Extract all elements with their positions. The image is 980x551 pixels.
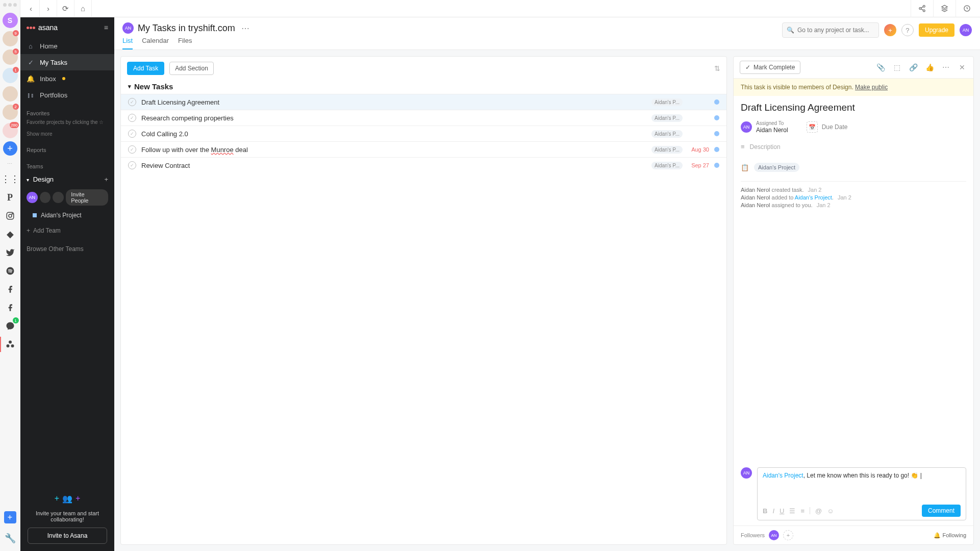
workspace-avatar-6[interactable]: 280 [3,123,18,138]
task-project-chip[interactable]: Aidan's P... [651,130,683,138]
diamond-icon[interactable]: ◆ [3,227,18,242]
comment-button[interactable]: Comment [922,505,961,517]
project-chip[interactable]: Aidan's Project [754,163,799,172]
nav-inbox[interactable]: 🔔Inbox [20,70,114,87]
history-button[interactable] [956,0,978,17]
task-project-chip[interactable]: Aidan's P... [651,146,683,154]
project-field[interactable]: 📋 Aidan's Project [741,163,966,172]
emoji-icon[interactable]: ☺ [827,507,834,515]
add-app-button[interactable]: + [4,511,16,523]
bold-icon[interactable]: B [763,507,767,515]
asana-app-icon[interactable] [3,337,18,352]
mention-icon[interactable]: @ [815,507,822,515]
add-team-button[interactable]: +Add Team [20,222,114,239]
workspace-avatar-4[interactable] [3,86,18,102]
share-button[interactable] [911,0,933,17]
home-button[interactable]: ⌂ [74,0,92,17]
task-checkbox[interactable]: ✓ [128,114,136,122]
task-row[interactable]: ✓ Follow up with over the Munroe deal Ai… [121,141,726,157]
layers-button[interactable] [933,0,956,17]
close-icon[interactable]: ✕ [957,63,967,71]
reload-button[interactable]: ⟳ [57,0,74,17]
spotify-icon[interactable] [3,263,18,279]
upgrade-button[interactable]: Upgrade [919,23,954,37]
profile-avatar[interactable]: AN [960,24,972,36]
tab-calendar[interactable]: Calendar [142,37,169,49]
sort-icon[interactable]: ⇅ [714,64,720,72]
like-icon[interactable]: 👍 [924,63,935,71]
facebook-icon-2[interactable] [3,300,18,315]
nav-portfolios[interactable]: ⫿⫾Portfolios [20,87,114,103]
task-checkbox[interactable]: ✓ [128,98,136,106]
task-row[interactable]: ✓ Research competing properties Aidan's … [121,110,726,126]
team-design[interactable]: ▾ Design+ [20,172,114,186]
member-avatar-1[interactable]: AN [27,192,38,203]
nav-home[interactable]: ⌂Home [20,38,114,54]
underline-icon[interactable]: U [780,507,784,515]
forward-button[interactable]: › [40,0,57,17]
attachment-icon[interactable]: 📎 [875,63,886,71]
help-button[interactable]: ? [901,24,914,36]
workspace-avatar-main[interactable]: S [3,13,18,28]
mark-complete-button[interactable]: ✓Mark Complete [740,61,800,74]
back-button[interactable]: ‹ [22,0,40,17]
invite-to-asana-button[interactable]: Invite to Asana [28,528,107,544]
workspace-avatar-5[interactable]: 2 [3,105,18,120]
invite-people-button[interactable]: Invite People [66,189,108,206]
link-icon[interactable]: 🔗 [908,63,918,71]
collapse-sidebar-icon[interactable]: ≡ [104,23,108,32]
italic-icon[interactable]: I [772,507,774,515]
settings-wrench-icon[interactable]: 🔧 [3,531,18,546]
task-checkbox[interactable]: ✓ [128,145,136,154]
task-row[interactable]: ✓ Review Contract Aidan's P... Sep 27 [121,157,726,173]
add-task-button[interactable]: Add Task [127,62,164,75]
nav-my-tasks[interactable]: ✓My Tasks [20,54,114,70]
workspace-avatar-1[interactable]: 9 [3,31,18,46]
task-project-chip[interactable]: Aidan's P... [651,162,683,169]
page-menu-icon[interactable]: ⋯ [241,23,249,33]
show-more-link[interactable]: Show more [20,128,114,140]
member-avatar-empty-2[interactable] [53,192,64,203]
workspace-avatar-2[interactable]: 5 [3,49,18,65]
app-icon-p[interactable]: P [3,190,18,205]
quick-add-button[interactable]: + [884,24,896,36]
task-project-chip[interactable]: Aidan's P... [651,114,683,122]
search-input[interactable] [797,27,874,34]
app-icon-grid[interactable]: ⋮⋮ [3,171,18,187]
comment-input[interactable]: Aidan's Project, Let me know when this i… [757,467,966,520]
task-project-chip[interactable]: Aidan's P... [651,98,683,106]
follower-avatar[interactable]: AN [769,530,779,540]
member-avatar-empty-1[interactable] [40,192,51,203]
description-field[interactable]: ≡ Description [741,143,966,151]
assignee-field[interactable]: AN Assigned ToAidan Nerol [741,120,788,134]
task-checkbox[interactable]: ✓ [128,161,136,169]
make-public-link[interactable]: Make public [855,84,888,91]
twitter-icon[interactable] [3,245,18,260]
task-row[interactable]: ✓ Draft Licensing Agreement Aidan's P...… [121,94,726,110]
messenger-icon[interactable]: 1 [3,318,18,334]
global-search[interactable]: 🔍 [782,22,879,38]
bullet-list-icon[interactable]: ☰ [789,507,795,515]
number-list-icon[interactable]: ≡ [800,507,805,515]
add-follower-button[interactable]: + [783,530,793,540]
tab-list[interactable]: List [122,37,133,49]
task-title[interactable]: Draft Licensing Agreement [741,102,966,113]
task-row[interactable]: ✓ Cold Calling 2.0 Aidan's P... — [121,126,726,141]
due-date-field[interactable]: 📅 Due Date [807,121,848,133]
subtask-icon[interactable]: ⬚ [892,63,902,71]
project-aidans[interactable]: Aidan's Project [20,209,114,222]
browse-teams-link[interactable]: Browse Other Teams [20,239,114,259]
more-icon[interactable]: ⋯ [941,63,951,71]
tab-files[interactable]: Files [178,37,192,49]
add-section-button[interactable]: Add Section [169,62,214,75]
asana-logo[interactable]: asana [27,23,58,32]
add-project-icon[interactable]: + [104,176,108,183]
add-workspace-button[interactable]: + [3,141,17,156]
section-new-tasks[interactable]: ▾New Tasks [121,80,726,94]
facebook-icon[interactable] [3,282,18,297]
activity-link[interactable]: Aidan's Project [795,194,832,201]
instagram-icon[interactable] [3,208,18,223]
task-checkbox[interactable]: ✓ [128,130,136,138]
workspace-avatar-3[interactable]: 1 [3,68,18,83]
following-toggle[interactable]: 🔔Following [934,532,966,539]
